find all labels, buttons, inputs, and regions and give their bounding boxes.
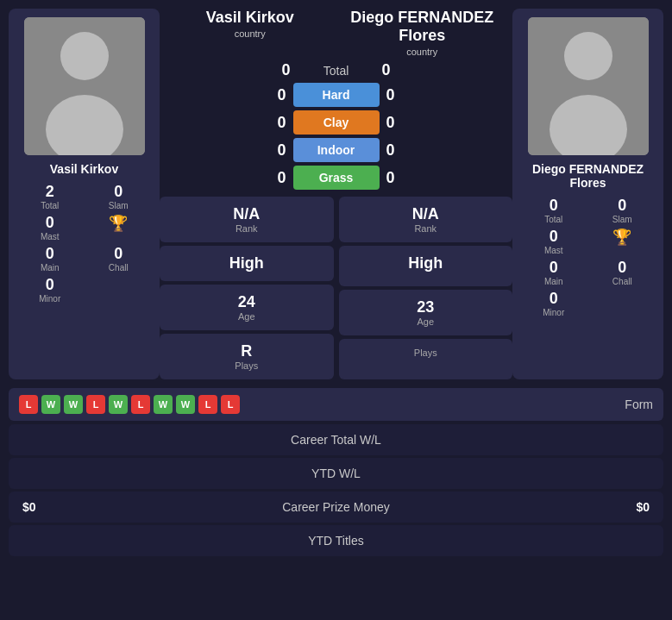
right-mast-trophy: 🏆 (590, 228, 656, 255)
right-mast-label: Mast (521, 246, 587, 255)
career-total-label: Career Total W/L (291, 433, 381, 447)
left-name-header: Vasil Kirkov (164, 9, 336, 27)
ytd-wl-label: YTD W/L (311, 467, 361, 480)
left-chall-stat: 0 Chall (86, 245, 152, 272)
indoor-row: 0 Indoor 0 (160, 138, 512, 162)
form-badges: LWWLWLWWLL (19, 395, 240, 414)
career-prize-row: $0 Career Prize Money $0 (9, 492, 663, 523)
grass-row: 0 Grass 0 (160, 166, 512, 190)
form-badge-l: L (198, 395, 217, 414)
left-name-header-block: Vasil Kirkov country (164, 9, 336, 39)
left-main-stat: 0 Main (17, 245, 83, 272)
total-row: 0 Total 0 (160, 61, 512, 79)
right-minor-value: 0 (521, 290, 587, 308)
left-minor-value: 0 (17, 276, 83, 294)
grass-surface-btn[interactable]: Grass (293, 166, 380, 190)
left-rank-cell: N/A Rank (160, 197, 334, 242)
total-label: Total (298, 64, 375, 78)
left-rank-value: N/A (166, 205, 327, 223)
form-badge-w: W (64, 395, 83, 414)
left-avatar-svg (24, 17, 145, 155)
clay-surface-btn[interactable]: Clay (293, 110, 380, 135)
svg-point-1 (60, 32, 109, 80)
right-trophy-icon: 🏆 (612, 229, 631, 246)
right-name-header: Diego FERNANDEZ Flores (336, 9, 509, 45)
left-chall-value: 0 (86, 245, 152, 263)
hard-row: 0 Hard 0 (160, 83, 512, 107)
total-right-score: 0 (382, 61, 406, 79)
right-age-value: 23 (346, 298, 506, 316)
svg-point-4 (564, 32, 612, 80)
left-country-row: country (164, 28, 336, 39)
career-prize-label: Career Prize Money (282, 500, 390, 514)
left-slam-stat: 0 Slam (86, 183, 152, 210)
right-name-header-block: Diego FERNANDEZ Flores country (336, 9, 509, 57)
clay-left-score: 0 (262, 114, 286, 132)
right-high-value: High (346, 254, 506, 272)
career-prize-values: $0 Career Prize Money $0 (22, 500, 650, 514)
right-stats-grid: 0 Total 0 Slam 0 Mast 🏆 0 Main (521, 197, 655, 317)
left-total-label: Total (17, 201, 83, 210)
left-player-card: Vasil Kirkov 2 Total 0 Slam 0 Mast 🏆 (9, 9, 160, 379)
right-slam-label: Slam (590, 215, 656, 224)
left-rank-label: Rank (166, 223, 327, 234)
ytd-titles-label: YTD Titles (308, 534, 364, 548)
right-avatar-svg (528, 17, 649, 155)
right-plays-label: Plays (346, 348, 506, 358)
right-total-stat: 0 Total (521, 197, 587, 224)
left-plays-value: R (166, 342, 327, 360)
left-age-cell: 24 Age (160, 285, 334, 330)
right-rank-cell: N/A Rank (339, 197, 513, 242)
left-stats-grid: 2 Total 0 Slam 0 Mast 🏆 0 Main (17, 183, 151, 304)
right-player-avatar (528, 17, 649, 155)
career-prize-right: $0 (636, 500, 650, 514)
right-mast-stat: 0 Mast (521, 228, 587, 255)
total-left-score: 0 (267, 61, 291, 79)
left-high-cell: High (160, 246, 334, 281)
right-info-col: N/A Rank High 23 Age Plays (339, 197, 513, 379)
left-mast-stat: 0 Mast (17, 214, 83, 241)
right-age-label: Age (346, 316, 506, 327)
left-minor-label: Minor (17, 294, 83, 304)
hard-surface-btn[interactable]: Hard (293, 83, 380, 107)
form-badge-w: W (154, 395, 173, 414)
form-section: LWWLWLWWLL Form (9, 388, 663, 421)
right-country-flag: country (406, 47, 437, 57)
right-rank-label: Rank (346, 223, 506, 234)
right-main-stat: 0 Main (521, 259, 587, 286)
left-mast-value: 0 (17, 214, 83, 232)
ytd-titles-row: YTD Titles (9, 525, 663, 556)
left-plays-label: Plays (166, 360, 327, 371)
form-badge-l: L (221, 395, 240, 414)
left-trophy-icon: 🏆 (109, 215, 128, 232)
career-prize-left: $0 (22, 500, 36, 514)
right-plays-cell: Plays (339, 339, 513, 379)
left-high-value: High (166, 254, 327, 272)
right-player-card: Diego FERNANDEZ Flores 0 Total 0 Slam 0 … (512, 9, 663, 379)
left-mast-trophy: 🏆 (86, 214, 152, 241)
middle-comparison: Vasil Kirkov country Diego FERNANDEZ Flo… (160, 9, 512, 379)
hard-right-score: 0 (386, 86, 411, 104)
left-age-label: Age (166, 311, 327, 322)
left-player-name: Vasil Kirkov (50, 162, 118, 176)
right-main-value: 0 (521, 259, 587, 277)
form-label: Form (625, 398, 653, 411)
players-section: Vasil Kirkov 2 Total 0 Slam 0 Mast 🏆 (9, 9, 663, 379)
right-slam-value: 0 (590, 197, 656, 215)
clay-right-score: 0 (386, 114, 411, 132)
right-chall-stat: 0 Chall (590, 259, 656, 286)
indoor-surface-btn[interactable]: Indoor (293, 138, 380, 162)
right-main-label: Main (521, 277, 587, 286)
info-columns: N/A Rank High 24 Age R Plays (160, 197, 512, 379)
names-bar: Vasil Kirkov country Diego FERNANDEZ Flo… (160, 9, 512, 57)
right-mast-value: 0 (521, 228, 587, 246)
indoor-right-score: 0 (386, 141, 411, 160)
left-slam-value: 0 (86, 183, 152, 201)
left-slam-label: Slam (86, 201, 152, 210)
right-age-cell: 23 Age (339, 290, 513, 335)
right-rank-value: N/A (346, 205, 506, 223)
right-total-label: Total (521, 215, 587, 224)
left-player-avatar (24, 17, 145, 155)
ytd-wl-row: YTD W/L (9, 458, 663, 489)
right-country-row: country (336, 47, 509, 57)
